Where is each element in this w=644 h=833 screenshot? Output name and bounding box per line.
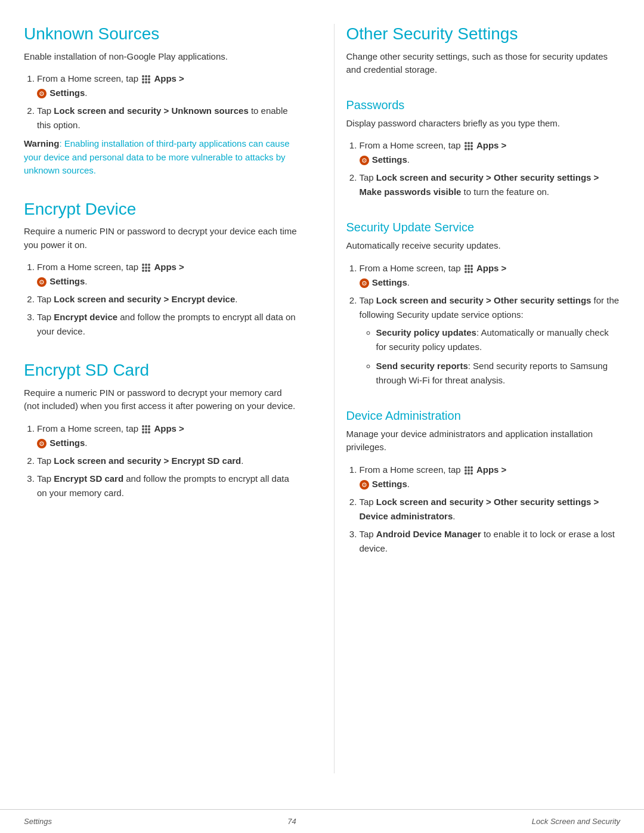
security-update-desc: Automatically receive security updates. <box>346 239 621 253</box>
section-other-security: Other Security Settings Change other sec… <box>346 24 621 77</box>
list-item: Tap Lock screen and security > Encrypt d… <box>37 292 298 306</box>
section-security-update: Security Update Service Automatically re… <box>346 221 621 388</box>
encrypt-sd-title: Encrypt SD Card <box>24 360 298 380</box>
list-item: Send security reports: Send security rep… <box>376 359 621 388</box>
encrypt-device-desc: Require a numeric PIN or password to dec… <box>24 225 298 252</box>
apps-grid-icon <box>142 75 150 83</box>
list-item: Tap Android Device Manager to enable it … <box>360 527 621 556</box>
other-security-desc: Change other security settings, such as … <box>346 50 621 77</box>
other-security-title: Other Security Settings <box>346 24 621 44</box>
encrypt-device-steps: From a Home screen, tap Apps > ⚙ Setting… <box>24 260 298 339</box>
list-item: Tap Lock screen and security > Other sec… <box>360 171 621 199</box>
passwords-subtitle: Passwords <box>346 98 621 112</box>
list-item: Tap Lock screen and security > Other sec… <box>360 495 621 524</box>
section-encrypt-device: Encrypt Device Require a numeric PIN or … <box>24 199 298 339</box>
settings-gear-icon: ⚙ <box>37 277 47 287</box>
encrypt-device-title: Encrypt Device <box>24 199 298 219</box>
settings-gear-icon: ⚙ <box>360 156 369 165</box>
settings-gear-icon: ⚙ <box>360 480 369 490</box>
encrypt-sd-desc: Require a numeric PIN or password to dec… <box>24 386 298 413</box>
page: Unknown Sources Enable installation of n… <box>0 0 644 833</box>
list-item: Security policy updates: Automatically o… <box>376 326 621 354</box>
settings-gear-icon: ⚙ <box>37 439 47 448</box>
section-passwords: Passwords Display password characters br… <box>346 98 621 200</box>
settings-gear-icon: ⚙ <box>360 278 369 288</box>
list-item: From a Home screen, tap Apps > ⚙ Setting… <box>360 463 621 491</box>
right-column: Other Security Settings Change other sec… <box>334 24 621 773</box>
list-item: From a Home screen, tap Apps > ⚙ Setting… <box>37 72 298 100</box>
section-device-admin: Device Administration Manage your device… <box>346 409 621 556</box>
content-area: Unknown Sources Enable installation of n… <box>0 0 644 809</box>
unknown-sources-desc: Enable installation of non-Google Play a… <box>24 50 298 64</box>
settings-gear-icon: ⚙ <box>37 89 47 98</box>
apps-grid-icon <box>142 264 150 272</box>
footer-center: 74 <box>287 817 296 826</box>
footer: Settings 74 Lock Screen and Security <box>0 809 644 833</box>
footer-right: Lock Screen and Security <box>532 817 620 826</box>
passwords-steps: From a Home screen, tap Apps > ⚙ Setting… <box>346 138 621 199</box>
list-item: Tap Lock screen and security > Unknown s… <box>37 104 298 132</box>
device-admin-subtitle: Device Administration <box>346 409 621 423</box>
unknown-sources-warning: Warning: Enabling installation of third-… <box>24 137 298 178</box>
list-item: From a Home screen, tap Apps > ⚙ Setting… <box>37 260 298 289</box>
list-item: Tap Lock screen and security > Encrypt S… <box>37 454 298 468</box>
unknown-sources-steps: From a Home screen, tap Apps > ⚙ Setting… <box>24 72 298 132</box>
list-item: Tap Encrypt device and follow the prompt… <box>37 310 298 339</box>
left-column: Unknown Sources Enable installation of n… <box>24 24 310 773</box>
unknown-sources-title: Unknown Sources <box>24 24 298 44</box>
apps-grid-icon <box>142 425 150 433</box>
list-item: Tap Encrypt SD card and follow the promp… <box>37 472 298 500</box>
list-item: From a Home screen, tap Apps > ⚙ Setting… <box>360 138 621 167</box>
passwords-desc: Display password characters briefly as y… <box>346 117 621 131</box>
apps-grid-icon <box>465 466 473 475</box>
security-update-bullets: Security policy updates: Automatically o… <box>360 326 621 388</box>
section-encrypt-sd: Encrypt SD Card Require a numeric PIN or… <box>24 360 298 500</box>
list-item: From a Home screen, tap Apps > ⚙ Setting… <box>37 422 298 450</box>
device-admin-steps: From a Home screen, tap Apps > ⚙ Setting… <box>346 463 621 556</box>
security-update-steps: From a Home screen, tap Apps > ⚙ Setting… <box>346 261 621 388</box>
apps-grid-icon <box>465 142 473 150</box>
device-admin-desc: Manage your device administrators and ap… <box>346 428 621 454</box>
encrypt-sd-steps: From a Home screen, tap Apps > ⚙ Setting… <box>24 422 298 500</box>
footer-left: Settings <box>24 817 52 826</box>
list-item: Tap Lock screen and security > Other sec… <box>360 293 621 388</box>
security-update-subtitle: Security Update Service <box>346 221 621 234</box>
apps-grid-icon <box>465 265 473 273</box>
section-unknown-sources: Unknown Sources Enable installation of n… <box>24 24 298 178</box>
list-item: From a Home screen, tap Apps > ⚙ Setting… <box>360 261 621 290</box>
